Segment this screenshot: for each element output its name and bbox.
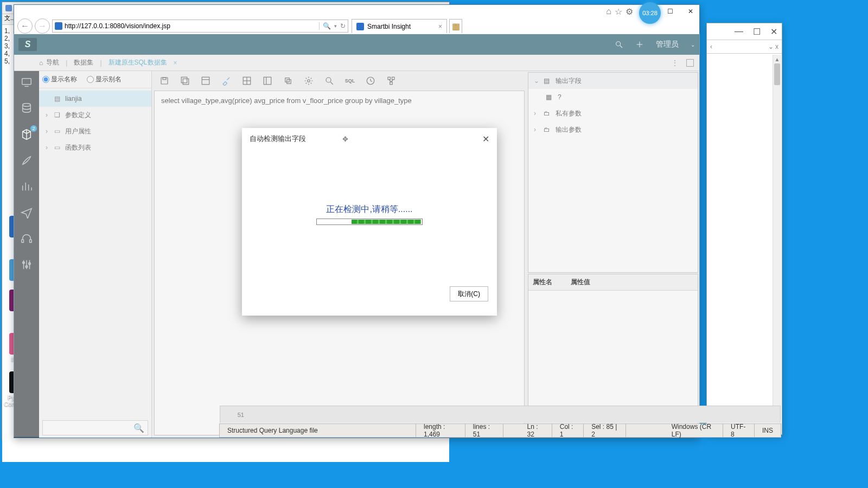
modal-footer: 取消(C)	[242, 279, 497, 309]
status-col: Col : 1	[552, 424, 584, 437]
status-lines: lines : 51	[465, 424, 503, 437]
status-length: length : 1,469	[416, 424, 465, 437]
win2-close-icon[interactable]: ✕	[770, 27, 777, 37]
secondary-window: — ☐ ✕ ‹ ⌄ x ▲ ▼	[706, 23, 782, 435]
status-mode: INS	[755, 424, 781, 437]
win2-scrollbar[interactable]: ▲ ▼	[773, 55, 781, 420]
url-input[interactable]	[65, 22, 319, 30]
modal-message: 正在检测中,请稍等......	[326, 204, 412, 215]
desktop: 大... 文... 1, 2, 3, 4, 5, Int...Ex... AC.…	[0, 0, 868, 488]
forward-button[interactable]: →	[35, 18, 50, 34]
progress-bar	[316, 219, 423, 225]
status-enc: UTF-8	[723, 424, 755, 437]
scroll-up-icon[interactable]: ▲	[773, 55, 781, 63]
modal-close-icon[interactable]: ✕	[482, 134, 489, 144]
tab-close-icon[interactable]: ×	[438, 23, 442, 30]
notepad-icon	[5, 5, 12, 11]
ie-titlebar: ⌂ ☆ ⚙ — ☐ ✕	[14, 5, 699, 18]
status-eol: Windows (CR LF)	[664, 424, 723, 437]
modal-titlebar[interactable]: 自动检测输出字段 ✥ ✕	[242, 128, 497, 150]
chevron-down-icon[interactable]: ⌄	[768, 43, 774, 50]
back-button[interactable]: ←	[17, 18, 33, 34]
status-ln: Ln : 32	[520, 424, 552, 437]
line-number: 51	[227, 412, 244, 418]
chevron-left-icon[interactable]: ‹	[710, 43, 712, 50]
maximize-button[interactable]: ☐	[662, 6, 678, 17]
win2-titlebar: — ☐ ✕	[707, 23, 782, 40]
browser-tab[interactable]: Smartbi Insight ×	[352, 19, 447, 33]
tab-title: Smartbi Insight	[367, 23, 411, 30]
win2-toolbar: ‹ ⌄ x	[707, 40, 782, 54]
search-icon[interactable]: 🔍	[323, 22, 331, 30]
detect-fields-modal: 自动检测输出字段 ✥ ✕ 正在检测中,请稍等...... 取消(C)	[242, 128, 497, 316]
url-bar[interactable]: 🔍▾ ↻	[52, 20, 348, 33]
npp-gutter: 51	[220, 406, 781, 423]
settings-gear-icon[interactable]: ⚙	[626, 7, 633, 17]
refresh-icon[interactable]: ↻	[340, 22, 346, 30]
list-close-icon[interactable]: x	[775, 43, 778, 50]
home-icon[interactable]: ⌂	[606, 7, 611, 17]
close-button[interactable]: ✕	[683, 6, 698, 17]
status-sel: Sel : 85 | 2	[584, 424, 626, 437]
scroll-thumb[interactable]	[774, 63, 780, 85]
time-bubble[interactable]: 03:28	[639, 2, 661, 24]
npp-statusbar: 51 Structured Query Language file length…	[219, 423, 781, 438]
tab-favicon-icon	[356, 23, 364, 30]
move-icon[interactable]: ✥	[342, 135, 348, 143]
new-tab-button[interactable]: ▦	[449, 19, 462, 33]
win2-min-icon[interactable]: —	[735, 27, 743, 36]
modal-title: 自动检测输出字段	[250, 134, 306, 144]
cancel-button[interactable]: 取消(C)	[450, 286, 488, 301]
win2-max-icon[interactable]: ☐	[753, 27, 761, 37]
favorites-icon[interactable]: ☆	[615, 7, 622, 17]
status-filetype: Structured Query Language file	[220, 424, 416, 437]
ie-favicon-icon	[55, 22, 62, 30]
ie-address-row: ← → 🔍▾ ↻ Smartbi Insight × ▦	[14, 18, 699, 34]
modal-body: 正在检测中,请稍等......	[242, 150, 497, 279]
